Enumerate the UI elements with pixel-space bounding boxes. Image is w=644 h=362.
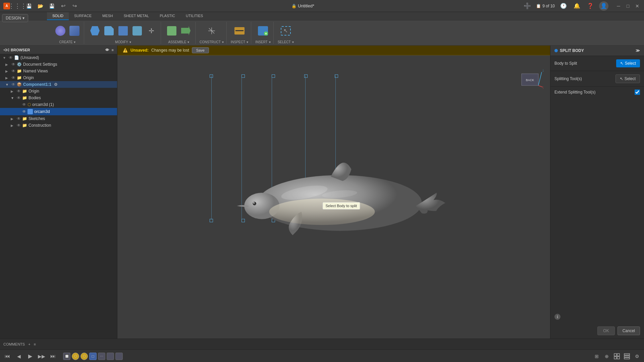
design-dropdown-btn[interactable]: DESIGN ▾ — [2, 14, 28, 22]
minimize-btn[interactable]: ─ — [615, 3, 622, 9]
eye-icon-7[interactable]: 👁 — [22, 102, 26, 107]
insert-btn-1[interactable]: ▲ — [256, 23, 270, 38]
timeline-item-6[interactable] — [107, 353, 114, 360]
help-icon[interactable]: ❓ — [586, 1, 595, 11]
create-dropdown-icon[interactable]: ▾ — [74, 40, 75, 44]
tree-item-orcam3d[interactable]: 👁 orcam3d — [0, 108, 117, 115]
modify-btn-5[interactable]: ✛ — [145, 23, 158, 38]
app-menu-icon[interactable]: ⋮⋮⋮ — [13, 1, 22, 11]
construct-dropdown-icon[interactable]: ▾ — [222, 40, 224, 44]
go-to-end-btn[interactable]: ⏭ — [48, 352, 58, 361]
joint-snap-icon[interactable]: ⊕ — [602, 352, 611, 361]
modify-dropdown-icon[interactable]: ▾ — [129, 40, 131, 44]
body-to-split-btn[interactable]: ↖ Select — [616, 59, 640, 67]
tab-solid[interactable]: SOLID — [47, 12, 69, 20]
tree-item-named-views[interactable]: ▶ 👁 📁 Named Views — [0, 68, 117, 74]
insert-dropdown-icon[interactable]: ▾ — [269, 40, 271, 44]
select-btn-1[interactable]: ↖ — [279, 23, 292, 38]
eye-icon-10[interactable]: 👁 — [17, 123, 21, 128]
clock-icon[interactable]: 🕐 — [559, 1, 568, 11]
user-icon[interactable]: 👤 — [599, 1, 608, 11]
component-settings-icon[interactable]: ⚙ — [54, 82, 58, 87]
add-btn[interactable]: ➕ — [523, 1, 532, 11]
tab-sheet-metal[interactable]: SHEET METAL — [118, 12, 154, 20]
panel-expand-icon[interactable]: ≫ — [636, 48, 640, 53]
tree-item-unsaved[interactable]: ▼ 👁 📄 (Unsaved) — [0, 54, 117, 61]
timeline-item-3[interactable]: ⬡ — [80, 353, 88, 360]
tree-item-doc-settings[interactable]: ▶ 👁 ⚙️ Document Settings — [0, 61, 117, 68]
timeline-item-7[interactable] — [115, 353, 123, 360]
assemble-btn-1[interactable] — [165, 23, 178, 38]
assemble-dropdown-icon[interactable]: ▾ — [187, 40, 189, 44]
tab-mesh[interactable]: MESH — [97, 12, 118, 20]
browser-menu-icon[interactable]: ≡ — [112, 48, 114, 52]
tree-item-origin2[interactable]: ▶ 👁 📁 Origin — [0, 88, 117, 95]
assemble-btn-2[interactable] — [179, 23, 193, 38]
eye-icon-1[interactable]: 👁 — [11, 62, 15, 67]
prev-btn[interactable]: ◀ — [14, 352, 23, 361]
tab-surface[interactable]: SURFACE — [69, 12, 97, 20]
timeline-item-4[interactable]: □ — [89, 353, 97, 360]
tree-item-sketches[interactable]: ▶ 👁 📁 Sketches — [0, 115, 117, 122]
browser-title: BROWSER — [11, 48, 30, 52]
timeline-item-2[interactable]: ⬡ — [72, 353, 79, 360]
tab-utilities[interactable]: UTILITIES — [180, 12, 208, 20]
eye-icon-8[interactable]: 👁 — [22, 109, 26, 114]
eye-icon-6[interactable]: 👁 — [17, 96, 21, 100]
eye-icon-4[interactable]: 👁 — [11, 82, 15, 87]
view-3d[interactable]: Select Body to split BACK Z X — [117, 55, 550, 338]
modify-btn-3[interactable] — [116, 23, 130, 38]
create-btn-1[interactable] — [54, 23, 67, 38]
comments-add-icon[interactable]: + — [28, 342, 30, 346]
grid-snap-icon[interactable]: ⊞ — [592, 352, 601, 361]
cancel-btn[interactable]: Cancel — [618, 326, 640, 335]
modify-btn-4[interactable] — [130, 23, 144, 38]
browser-collapse-icon[interactable]: ◁◁ — [3, 48, 9, 52]
view-cube[interactable]: BACK Z X — [517, 69, 543, 96]
modify-btn-2[interactable] — [102, 23, 116, 38]
ok-btn[interactable]: OK — [597, 326, 614, 335]
display-settings-icon[interactable] — [612, 352, 621, 361]
timeline-item-1[interactable]: 🔲 — [63, 353, 70, 360]
open-btn[interactable]: 📂 — [36, 1, 45, 11]
timeline-item-5[interactable]: ⋯ — [98, 353, 105, 360]
save-btn-title[interactable]: 💾 — [47, 1, 56, 11]
comments-bar-menu[interactable]: ≡ — [34, 342, 36, 346]
view-settings-icon[interactable] — [623, 352, 631, 361]
viewport[interactable]: ⚠️ Unsaved: Changes may be lost Save — [117, 46, 550, 339]
inspect-dropdown-icon[interactable]: ▾ — [247, 40, 248, 44]
tree-item-origin[interactable]: ▶ 👁 📁 Origin — [0, 74, 117, 81]
maximize-btn[interactable]: □ — [625, 3, 631, 9]
svg-rect-22 — [624, 358, 630, 359]
eye-icon-9[interactable]: 👁 — [17, 116, 21, 121]
file-btn[interactable]: 💾 — [24, 1, 34, 11]
redo-btn[interactable]: ↪ — [70, 1, 79, 11]
eye-icon-2[interactable]: 👁 — [11, 69, 15, 73]
tree-item-construction[interactable]: ▶ 👁 📁 Construction — [0, 122, 117, 129]
close-btn[interactable]: ✕ — [634, 3, 641, 9]
eye-icon-5[interactable]: 👁 — [17, 89, 21, 94]
tree-item-component1[interactable]: ▼ 👁 📦 Component1:1 ⚙ — [0, 81, 117, 88]
unsaved-text: Unsaved: — [130, 48, 149, 53]
next-btn[interactable]: ▶▶ — [37, 352, 46, 361]
play-btn[interactable]: ▶ — [25, 352, 35, 361]
create-btn-2[interactable] — [68, 23, 81, 38]
settings-gear-icon[interactable]: ⚙ — [633, 352, 641, 361]
go-to-start-btn[interactable]: ⏮ — [3, 352, 12, 361]
splitting-tools-btn[interactable]: ↖ Select — [615, 74, 640, 83]
info-icon[interactable]: ℹ — [554, 314, 560, 320]
eye-icon-0[interactable]: 👁 — [9, 55, 13, 60]
modify-btn-1[interactable] — [88, 23, 102, 38]
tree-item-bodies[interactable]: ▼ 👁 📁 Bodies — [0, 95, 117, 101]
extend-checkbox[interactable] — [635, 89, 640, 95]
notifications-icon[interactable]: 🔔 — [572, 1, 582, 11]
tab-plastic[interactable]: PLASTIC — [154, 12, 180, 20]
eye-icon-3[interactable]: 👁 — [11, 75, 15, 80]
construct-btn-1[interactable] — [205, 23, 218, 38]
select-dropdown-icon[interactable]: ▾ — [292, 40, 294, 44]
save-button[interactable]: Save — [192, 47, 209, 53]
undo-btn[interactable]: ↩ — [58, 1, 68, 11]
browser-eye-icon[interactable]: 👁 — [105, 48, 109, 52]
tree-item-orcam3d-1[interactable]: 👁 ⬡ orcam3d (1) — [0, 101, 117, 108]
inspect-btn-1[interactable] — [233, 23, 246, 38]
